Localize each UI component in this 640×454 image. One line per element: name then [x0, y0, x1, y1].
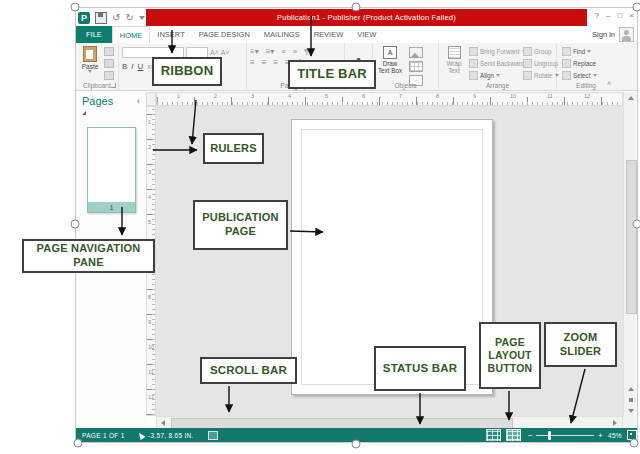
cursor-position-icon: [137, 430, 146, 439]
help-button[interactable]: ?: [595, 11, 599, 20]
draw-text-box-button[interactable]: A Draw Text Box: [377, 46, 403, 74]
shrink-font-icon[interactable]: A˅: [221, 49, 230, 56]
restore-button[interactable]: □: [617, 11, 622, 20]
selection-handle[interactable]: [71, 3, 80, 12]
objects-group: A Draw Text Box ○ Objects: [373, 43, 439, 90]
collapse-pane-icon[interactable]: ‹: [137, 96, 140, 106]
selection-handle[interactable]: [71, 220, 80, 229]
pane-expand-icon[interactable]: [82, 111, 86, 115]
page-thumbnail[interactable]: 1: [87, 127, 136, 213]
align-left-icon[interactable]: ≡: [250, 58, 255, 67]
redo-icon[interactable]: ↻: [125, 13, 133, 23]
collapse-ribbon-icon[interactable]: ˄: [607, 80, 611, 87]
clipboard-dialog-launcher-icon[interactable]: [111, 83, 116, 88]
send-backward-button[interactable]: Send Backward: [469, 59, 530, 68]
scroll-up-icon[interactable]: [625, 92, 636, 103]
sign-in-area[interactable]: Sign in: [592, 26, 637, 43]
selection-handle[interactable]: [352, 3, 361, 12]
group-button[interactable]: Group: [523, 47, 559, 56]
bullets-icon[interactable]: ≡▾: [250, 47, 259, 56]
h-ruler-number: 10: [510, 93, 516, 99]
underline-button[interactable]: U: [138, 62, 144, 71]
bring-forward-button[interactable]: Bring Forward: [469, 47, 530, 56]
grow-font-icon[interactable]: A˄: [210, 49, 219, 56]
scroll-left-icon[interactable]: [157, 418, 168, 427]
selection-handle[interactable]: [352, 440, 361, 449]
replace-icon: [562, 59, 571, 68]
find-icon: [562, 47, 571, 56]
selection-handle[interactable]: [74, 439, 83, 448]
zoom-level[interactable]: 45%: [608, 428, 622, 442]
paste-icon: [83, 46, 97, 62]
replace-button[interactable]: Replace: [562, 59, 597, 68]
tab-insert[interactable]: INSERT: [150, 26, 191, 43]
cut-icon[interactable]: [104, 47, 114, 56]
previous-page-icon[interactable]: [625, 384, 636, 394]
tab-review[interactable]: REVIEW: [307, 26, 351, 43]
rotate-button[interactable]: Rotate: [523, 71, 559, 80]
user-avatar-icon: [619, 27, 634, 42]
close-button[interactable]: ×: [629, 11, 634, 20]
sign-in-label[interactable]: Sign in: [592, 30, 615, 39]
pilcrow-icon[interactable]: ¶: [304, 47, 308, 56]
decrease-indent-icon[interactable]: «: [281, 47, 285, 56]
scroll-down-icon[interactable]: [625, 406, 636, 416]
numbering-icon[interactable]: ≡▾: [266, 47, 275, 56]
page-indicator[interactable]: PAGE 1 OF 1: [82, 428, 125, 442]
zoom-slider[interactable]: [536, 435, 594, 436]
selection-handle[interactable]: [630, 439, 639, 448]
italic-button[interactable]: I: [131, 62, 133, 71]
tab-file[interactable]: FILE: [76, 26, 112, 43]
paste-button[interactable]: Paste: [79, 46, 101, 78]
ribbon-tab-row: FILE HOMEINSERTPAGE DESIGNMAILINGSREVIEW…: [76, 26, 637, 44]
customize-qat-icon[interactable]: [139, 16, 145, 20]
h-ruler-number: 4: [288, 93, 291, 99]
minimize-button[interactable]: –: [606, 11, 610, 20]
group-icon: [523, 47, 532, 56]
v-ruler-number: 1: [148, 119, 151, 125]
h-ruler-number: 5: [325, 93, 328, 99]
h-ruler-number: 1: [177, 93, 180, 99]
single-page-view-button[interactable]: [486, 429, 501, 441]
ungroup-button[interactable]: Ungroup: [523, 59, 559, 68]
increase-indent-icon[interactable]: »: [293, 47, 297, 56]
selection-handle[interactable]: [633, 3, 640, 12]
vertical-scrollbar[interactable]: [623, 92, 636, 416]
align-center-icon[interactable]: ≡: [262, 58, 267, 67]
tab-view[interactable]: VIEW: [350, 26, 383, 43]
h-ruler-number: 11: [547, 93, 553, 99]
undo-icon[interactable]: ↺: [112, 13, 120, 23]
quick-access-toolbar: P ↺ ↻: [78, 9, 145, 26]
wrap-text-button[interactable]: Wrap Text: [442, 46, 466, 74]
vertical-scrollbar-thumb[interactable]: [626, 160, 637, 314]
paste-dropdown-icon[interactable]: [88, 70, 92, 73]
horizontal-ruler: 123456789101112: [156, 92, 623, 106]
v-ruler-number: 9: [148, 319, 151, 325]
v-ruler-number: 2: [148, 144, 151, 150]
copy-icon[interactable]: [104, 59, 114, 68]
tab-home[interactable]: HOME: [112, 26, 151, 43]
zoom-slider-thumb[interactable]: [548, 431, 551, 440]
table-icon[interactable]: [409, 61, 423, 72]
save-icon[interactable]: [95, 12, 107, 24]
pages-pane-title: Pages: [82, 95, 113, 107]
object-size-icon[interactable]: [208, 431, 218, 440]
align-right-icon[interactable]: ≡: [273, 58, 278, 67]
format-painter-icon[interactable]: [104, 71, 114, 80]
v-ruler-number: 3: [148, 169, 151, 175]
tab-mailings[interactable]: MAILINGS: [257, 26, 307, 43]
bold-button[interactable]: B: [122, 62, 127, 71]
scroll-right-icon[interactable]: [609, 418, 620, 427]
zoom-out-button[interactable]: −: [528, 428, 533, 442]
zoom-in-button[interactable]: +: [598, 428, 603, 442]
wrap-text-icon: [448, 46, 461, 59]
find-button[interactable]: Find: [562, 47, 597, 56]
tab-page-design[interactable]: PAGE DESIGN: [192, 26, 257, 43]
two-page-spread-button[interactable]: [506, 429, 521, 441]
ribbon-tabs: HOMEINSERTPAGE DESIGNMAILINGSREVIEWVIEW: [112, 26, 384, 43]
select-button[interactable]: Select: [562, 71, 597, 80]
page-jump-icon[interactable]: [625, 395, 636, 405]
align-button[interactable]: Align: [469, 71, 530, 80]
pictures-icon[interactable]: [409, 47, 423, 58]
selection-handle[interactable]: [633, 220, 640, 229]
